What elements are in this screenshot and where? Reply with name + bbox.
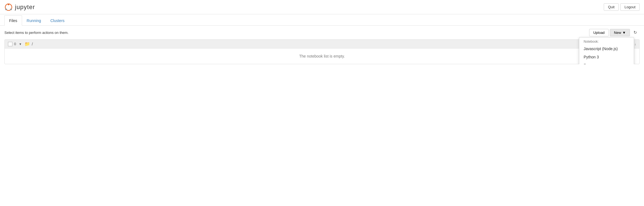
logo-text: jupyter: [15, 4, 35, 11]
new-button-chevron: ▼: [622, 31, 626, 35]
selected-count: 0: [14, 42, 16, 46]
toolbar-right: Upload New ▼ ↻ Notebook: Javascript (Nod…: [589, 28, 640, 37]
sort-arrow-icon: ↓: [635, 42, 636, 46]
folder-icon: 📁: [25, 41, 30, 47]
header: jupyter Quit Logout: [0, 0, 644, 14]
file-list-container: 0 ▼ 📁 / Name ↓ The notebook list is empt…: [4, 39, 640, 64]
logout-button[interactable]: Logout: [620, 3, 640, 11]
select-dropdown-arrow[interactable]: ▼: [18, 42, 23, 46]
new-button[interactable]: New ▼: [610, 29, 630, 36]
svg-point-2: [10, 9, 12, 10]
breadcrumb: /: [32, 42, 33, 46]
upload-button[interactable]: Upload: [589, 29, 609, 36]
logo: jupyter: [4, 3, 35, 11]
refresh-button[interactable]: ↻: [631, 28, 640, 37]
tab-clusters[interactable]: Clusters: [46, 15, 69, 26]
tab-running[interactable]: Running: [22, 15, 46, 26]
new-python3-item[interactable]: Python 3: [579, 53, 634, 61]
jupyter-logo-icon: [4, 3, 13, 11]
tab-files[interactable]: Files: [4, 15, 22, 26]
new-dropdown-menu: Notebook: Javascript (Node.js) Python 3 …: [579, 37, 634, 64]
notebook-section-label: Notebook:: [579, 37, 634, 45]
tabs-bar: Files Running Clusters: [0, 15, 644, 26]
file-list-header-left: 0 ▼ 📁 /: [8, 41, 33, 47]
select-message: Select items to perform actions on them.: [4, 31, 69, 35]
file-list-header: 0 ▼ 📁 / Name ↓: [5, 40, 639, 48]
new-r-item[interactable]: R: [579, 61, 634, 64]
toolbar: Select items to perform actions on them.…: [0, 26, 644, 39]
new-button-label: New: [614, 31, 621, 35]
svg-point-1: [8, 4, 9, 5]
empty-message: The notebook list is empty.: [5, 48, 639, 64]
select-all-checkbox[interactable]: [8, 42, 12, 46]
quit-button[interactable]: Quit: [604, 3, 619, 11]
svg-point-3: [5, 9, 7, 10]
header-buttons: Quit Logout: [604, 3, 640, 11]
new-javascript-item[interactable]: Javascript (Node.js): [579, 45, 634, 53]
